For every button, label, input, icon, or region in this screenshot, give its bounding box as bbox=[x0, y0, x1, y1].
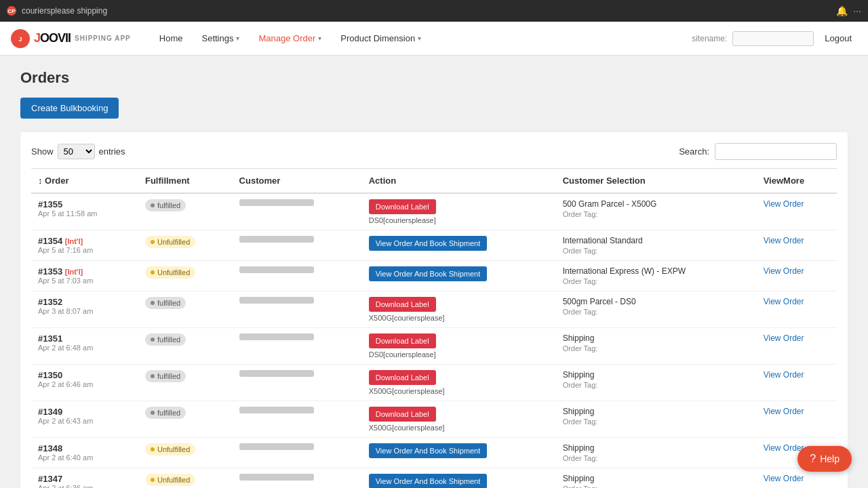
search-label: Search: bbox=[679, 146, 709, 157]
sitename-input[interactable] bbox=[732, 31, 814, 46]
viewmore-cell: View Order bbox=[757, 261, 837, 291]
view-book-shipment-button[interactable]: View Order And Book Shipment bbox=[369, 236, 488, 251]
customer-selection-cell: International StandardOrder Tag: bbox=[556, 230, 757, 261]
action-sub: DS0[couriersplease] bbox=[369, 216, 549, 224]
nav-home[interactable]: Home bbox=[151, 29, 191, 47]
customer-selection-cell: ShippingOrder Tag: bbox=[556, 438, 757, 468]
col-order[interactable]: ↕ Order bbox=[31, 169, 138, 194]
view-order-link[interactable]: View Order bbox=[764, 407, 804, 416]
download-label-button[interactable]: Download Label bbox=[369, 199, 436, 214]
order-tag: Order Tag: bbox=[563, 454, 750, 462]
main-content: Orders Create Bulkbooking Show 50 25 100… bbox=[0, 56, 868, 488]
nav-settings[interactable]: Settings ▾ bbox=[193, 29, 248, 47]
intl-badge: [Int'l] bbox=[65, 237, 83, 245]
download-label-button[interactable]: Download Label bbox=[369, 297, 436, 312]
order-tag: Order Tag: bbox=[563, 485, 750, 488]
order-id: #1347 bbox=[38, 474, 132, 484]
entries-select[interactable]: 50 25 100 bbox=[58, 144, 95, 159]
badge-dot bbox=[151, 338, 155, 342]
order-id: #1348 bbox=[38, 443, 132, 453]
fulfillment-badge: fulfilled bbox=[145, 333, 186, 346]
order-cell: #1353 [Int'l]Apr 5 at 7:03 am bbox=[31, 261, 138, 291]
more-icon[interactable]: ··· bbox=[853, 5, 861, 16]
table-row: #1351Apr 2 at 6:48 amfulfilledDownload L… bbox=[31, 328, 837, 365]
order-cell: #1350Apr 2 at 6:46 am bbox=[31, 365, 138, 401]
view-order-link[interactable]: View Order bbox=[764, 236, 804, 245]
help-button[interactable]: ? Help bbox=[797, 446, 852, 472]
order-id: #1349 bbox=[38, 407, 132, 417]
search-input[interactable] bbox=[715, 143, 837, 160]
viewmore-cell: View Order bbox=[757, 291, 837, 328]
table-row: #1350Apr 2 at 6:46 amfulfilledDownload L… bbox=[31, 365, 837, 401]
order-cell: #1352Apr 3 at 8:07 am bbox=[31, 291, 138, 328]
fulfillment-badge: fulfilled bbox=[145, 199, 186, 211]
order-tag: Order Tag: bbox=[563, 210, 750, 218]
fulfillment-cell: fulfilled bbox=[138, 291, 233, 328]
customer-selection-cell: 500 Gram Parcel - X500GOrder Tag: bbox=[556, 193, 757, 230]
create-bulkbooking-button[interactable]: Create Bulkbooking bbox=[20, 98, 119, 119]
customer-cell bbox=[233, 230, 362, 261]
logout-button[interactable]: Logout bbox=[819, 30, 857, 46]
view-order-link[interactable]: View Order bbox=[764, 474, 804, 483]
view-order-link[interactable]: View Order bbox=[764, 199, 804, 209]
table-header-row: ↕ Order Fulfillment Customer Action Cust… bbox=[31, 169, 837, 194]
fulfillment-cell: fulfilled bbox=[138, 365, 233, 401]
show-entries: Show 50 25 100 entries bbox=[31, 144, 125, 159]
customer-cell bbox=[233, 193, 362, 230]
customer-bar bbox=[239, 236, 314, 243]
orders-table: ↕ Order Fulfillment Customer Action Cust… bbox=[31, 168, 837, 488]
fulfillment-cell: fulfilled bbox=[138, 401, 233, 438]
view-order-link[interactable]: View Order bbox=[764, 266, 804, 276]
order-id: #1352 bbox=[38, 297, 132, 307]
view-order-link[interactable]: View Order bbox=[764, 443, 804, 453]
view-book-shipment-button[interactable]: View Order And Book Shipment bbox=[369, 266, 488, 281]
viewmore-cell: View Order bbox=[757, 365, 837, 401]
order-tag: Order Tag: bbox=[563, 277, 750, 285]
action-cell: Download LabelDS0[couriersplease] bbox=[362, 193, 556, 230]
download-label-button[interactable]: Download Label bbox=[369, 333, 436, 348]
badge-dot bbox=[151, 447, 155, 451]
bell-icon[interactable]: 🔔 bbox=[836, 5, 848, 16]
view-order-link[interactable]: View Order bbox=[764, 297, 804, 306]
customer-bar bbox=[239, 199, 314, 206]
customer-bar bbox=[239, 333, 314, 340]
order-date: Apr 2 at 6:40 am bbox=[38, 453, 132, 462]
customer-cell bbox=[233, 468, 362, 489]
customer-selection-cell: ShippingOrder Tag: bbox=[556, 365, 757, 401]
download-label-button[interactable]: Download Label bbox=[369, 370, 436, 385]
table-row: #1349Apr 2 at 6:43 amfulfilledDownload L… bbox=[31, 401, 837, 438]
col-action: Action bbox=[362, 169, 556, 194]
view-order-link[interactable]: View Order bbox=[764, 370, 804, 380]
order-date: Apr 3 at 8:07 am bbox=[38, 307, 132, 315]
customer-cell bbox=[233, 261, 362, 291]
order-tag: Order Tag: bbox=[563, 381, 750, 389]
customer-selection-cell: ShippingOrder Tag: bbox=[556, 401, 757, 438]
customer-selection-name: 500gm Parcel - DS0 bbox=[563, 297, 750, 306]
fulfillment-badge: fulfilled bbox=[145, 370, 186, 382]
intl-badge: [Int'l] bbox=[65, 268, 83, 276]
view-book-shipment-button[interactable]: View Order And Book Shipment bbox=[369, 474, 488, 488]
view-order-link[interactable]: View Order bbox=[764, 333, 804, 343]
view-book-shipment-button[interactable]: View Order And Book Shipment bbox=[369, 443, 488, 458]
order-tag: Order Tag: bbox=[563, 308, 750, 316]
order-date: Apr 5 at 7:16 am bbox=[38, 246, 132, 254]
titlebar: CP couriersplease shipping 🔔 ··· bbox=[0, 0, 868, 22]
fulfillment-cell: Unfulfilled bbox=[138, 438, 233, 468]
customer-cell bbox=[233, 438, 362, 468]
customer-bar bbox=[239, 407, 314, 413]
customer-selection-name: Shipping bbox=[563, 474, 750, 483]
nav-manage-order[interactable]: Manage Order ▾ bbox=[250, 29, 330, 47]
fulfillment-cell: Unfulfilled bbox=[138, 468, 233, 489]
order-id: #1350 bbox=[38, 370, 132, 380]
fulfillment-cell: Unfulfilled bbox=[138, 230, 233, 261]
customer-bar bbox=[239, 297, 314, 304]
customer-selection-name: Shipping bbox=[563, 370, 750, 380]
download-label-button[interactable]: Download Label bbox=[369, 407, 436, 422]
customer-selection-name: 500 Gram Parcel - X500G bbox=[563, 199, 750, 209]
col-customer: Customer bbox=[233, 169, 362, 194]
action-cell: Download LabelX500G[couriersplease] bbox=[362, 365, 556, 401]
order-id: #1354 [Int'l] bbox=[38, 236, 132, 246]
customer-selection-cell: 500gm Parcel - DS0Order Tag: bbox=[556, 291, 757, 328]
settings-arrow-icon: ▾ bbox=[236, 35, 239, 42]
nav-product-dimension[interactable]: Product Dimension ▾ bbox=[332, 29, 429, 47]
